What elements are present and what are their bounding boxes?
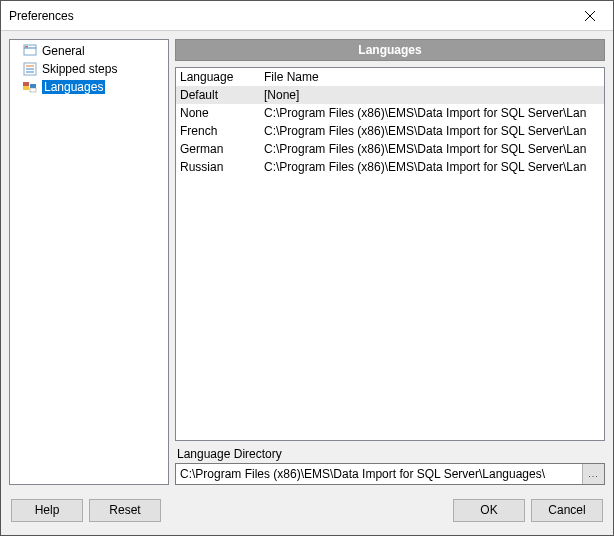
svg-rect-12 (30, 88, 36, 92)
body: General Skipped steps (9, 39, 605, 485)
cell-language: French (176, 122, 260, 140)
sidebar-item-languages[interactable]: Languages (10, 78, 168, 96)
window-title: Preferences (9, 9, 74, 23)
sidebar-item-label: Skipped steps (42, 62, 117, 76)
preferences-window: Preferences General (0, 0, 614, 536)
svg-rect-9 (23, 82, 29, 86)
category-tree: General Skipped steps (9, 39, 169, 485)
grid-row[interactable]: German C:\Program Files (x86)\EMS\Data I… (176, 140, 604, 158)
sidebar-item-skipped-steps[interactable]: Skipped steps (10, 60, 168, 78)
grid-row[interactable]: None C:\Program Files (x86)\EMS\Data Imp… (176, 104, 604, 122)
grid-row[interactable]: French C:\Program Files (x86)\EMS\Data I… (176, 122, 604, 140)
sidebar-item-label: General (42, 44, 85, 58)
col-header-filename[interactable]: File Name (260, 68, 604, 86)
language-directory-input[interactable] (176, 464, 582, 484)
main-panel: Languages Language File Name Default (175, 39, 605, 485)
svg-rect-4 (25, 46, 28, 48)
cell-language: Default (176, 86, 260, 104)
browse-button[interactable]: ... (582, 464, 604, 484)
ok-button[interactable]: OK (453, 499, 525, 522)
cell-filename: C:\Program Files (x86)\EMS\Data Import f… (260, 104, 604, 122)
footer-left: Help Reset (11, 499, 161, 522)
cell-filename: [None] (260, 86, 604, 104)
languages-icon (22, 79, 38, 95)
general-icon (22, 43, 38, 59)
reset-button[interactable]: Reset (89, 499, 161, 522)
grid-row[interactable]: Default [None] (176, 86, 604, 104)
footer: Help Reset OK Cancel (9, 493, 605, 527)
cell-language: None (176, 104, 260, 122)
language-directory-group: Language Directory ... (175, 447, 605, 485)
cancel-button[interactable]: Cancel (531, 499, 603, 522)
cell-language: Russian (176, 158, 260, 176)
cell-filename: C:\Program Files (x86)\EMS\Data Import f… (260, 140, 604, 158)
client-area: General Skipped steps (1, 31, 613, 535)
grid-header-row: Language File Name (176, 68, 604, 86)
cell-filename: C:\Program Files (x86)\EMS\Data Import f… (260, 158, 604, 176)
cell-filename: C:\Program Files (x86)\EMS\Data Import f… (260, 122, 604, 140)
language-directory-field-wrap: ... (175, 463, 605, 485)
language-directory-label: Language Directory (175, 447, 605, 461)
sidebar-item-general[interactable]: General (10, 42, 168, 60)
close-icon (585, 11, 595, 21)
languages-grid[interactable]: Language File Name Default [None] None (175, 67, 605, 441)
titlebar: Preferences (1, 1, 613, 31)
footer-right: OK Cancel (453, 499, 603, 522)
help-button[interactable]: Help (11, 499, 83, 522)
sidebar-item-label: Languages (42, 80, 105, 94)
col-header-language[interactable]: Language (176, 68, 260, 86)
svg-rect-10 (23, 86, 29, 90)
svg-rect-11 (30, 84, 36, 88)
panel-header: Languages (175, 39, 605, 61)
close-button[interactable] (575, 4, 605, 28)
cell-language: German (176, 140, 260, 158)
skipped-steps-icon (22, 61, 38, 77)
grid-row[interactable]: Russian C:\Program Files (x86)\EMS\Data … (176, 158, 604, 176)
